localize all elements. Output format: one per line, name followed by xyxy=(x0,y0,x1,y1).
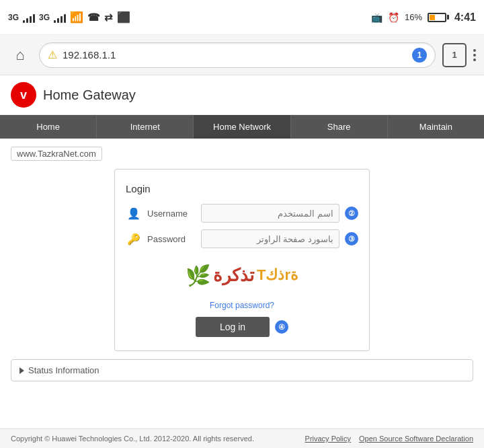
clock-time: 4:41 xyxy=(454,11,476,24)
login-btn-row: Log in ④ xyxy=(126,317,358,337)
nav-home-network[interactable]: Home Network xyxy=(194,115,290,139)
status-left: 3G 3G 📶 ☎ ⇄ ⬛ xyxy=(8,11,130,24)
username-badge: ② xyxy=(345,207,358,220)
url-box[interactable]: ⚠ 192.168.1.1 1 xyxy=(39,42,436,68)
tazkra-overlay: 🌿 تذكرة Tذكrة xyxy=(126,255,358,295)
password-label: Password xyxy=(147,234,196,244)
data-icon: ⇄ xyxy=(104,11,113,24)
login-title: Login xyxy=(126,183,358,194)
login-box: Login 👤 Username ② 🔑 Password ③ 🌿 تذكرة … xyxy=(114,169,370,351)
vodafone-logo: v xyxy=(11,82,36,108)
url-badge: 1 xyxy=(412,48,427,63)
wifi-icon: 📶 xyxy=(70,11,83,24)
gateway-title: Home Gateway xyxy=(43,87,136,103)
login-button[interactable]: Log in xyxy=(196,317,270,337)
tab-count-button[interactable]: 1 xyxy=(442,43,467,67)
address-bar: ⌂ ⚠ 192.168.1.1 1 1 xyxy=(0,35,484,75)
cast-icon: ⬛ xyxy=(117,11,130,24)
nav-maintain[interactable]: Maintain xyxy=(388,115,484,139)
nav-home[interactable]: Home xyxy=(0,115,97,139)
expand-icon xyxy=(19,367,24,374)
main-panel: www.TazkraNet.com Login 👤 Username ② 🔑 P… xyxy=(0,139,484,389)
nav-internet[interactable]: Internet xyxy=(97,115,194,139)
warning-icon: ⚠ xyxy=(48,48,57,61)
signal-3g-1: 3G xyxy=(8,13,19,22)
open-source-link[interactable]: Open Source Software Declaration xyxy=(359,435,473,443)
tazkra-logo: 🌿 تذكرة Tذكrة xyxy=(186,264,298,287)
battery-percent: 16% xyxy=(405,12,422,22)
login-badge: ④ xyxy=(275,320,288,334)
privacy-policy-link[interactable]: Privacy Policy xyxy=(305,435,351,443)
signal-bars-2 xyxy=(54,12,66,23)
gateway-header: v Home Gateway xyxy=(0,75,484,115)
username-label: Username xyxy=(147,209,196,219)
footer-links: Privacy Policy Open Source Software Decl… xyxy=(305,435,473,443)
signal-bars-1 xyxy=(23,12,35,23)
cast-screen-icon: 📺 xyxy=(371,12,382,23)
username-input[interactable] xyxy=(201,204,339,223)
forgot-password-link[interactable]: Forgot password? xyxy=(126,301,358,310)
password-row: 🔑 Password ③ xyxy=(126,229,358,248)
nav-bar: Home Internet Home Network Share Maintai… xyxy=(0,115,484,139)
home-button[interactable]: ⌂ xyxy=(8,43,32,67)
password-badge: ③ xyxy=(345,232,358,246)
leaf-icon: 🌿 xyxy=(186,264,210,287)
status-info-bar[interactable]: Status Information xyxy=(11,359,473,381)
username-row: 👤 Username ② xyxy=(126,204,358,223)
nav-share[interactable]: Share xyxy=(291,115,388,139)
tazkra-ar-text: تذكرة xyxy=(213,265,254,286)
status-info-label: Status Information xyxy=(28,365,99,375)
watermark-label: www.TazkraNet.com xyxy=(11,147,102,161)
url-text: 192.168.1.1 xyxy=(63,49,407,61)
tazkra-en-text: Tذكrة xyxy=(257,266,298,284)
alarm-icon: ⏰ xyxy=(388,12,399,23)
signal-3g-2: 3G xyxy=(39,13,50,22)
key-icon: 🔑 xyxy=(126,233,142,246)
footer-copyright: Copyright © Huawei Technologies Co., Ltd… xyxy=(11,435,254,443)
status-right: 📺 ⏰ 16% 4:41 xyxy=(371,11,476,24)
menu-button[interactable] xyxy=(473,49,476,61)
page-footer: Copyright © Huawei Technologies Co., Ltd… xyxy=(0,428,484,448)
user-icon: 👤 xyxy=(126,207,142,220)
password-input[interactable] xyxy=(201,229,339,248)
phone-icon: ☎ xyxy=(87,11,100,24)
status-bar: 3G 3G 📶 ☎ ⇄ ⬛ 📺 ⏰ 16% 4:41 xyxy=(0,0,484,35)
battery-icon xyxy=(428,13,449,22)
